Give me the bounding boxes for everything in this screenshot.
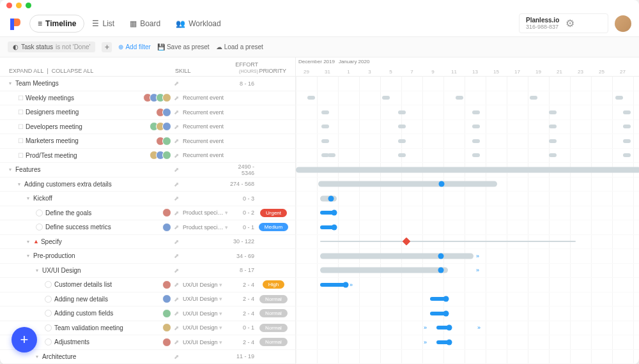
task-row[interactable]: Customer details list⬈UX/UI Design ▾2 - … (0, 278, 295, 292)
gantt-row[interactable] (296, 163, 639, 178)
filter-add-button[interactable]: + (102, 42, 112, 52)
task-row[interactable]: ▾Team Meetings⬈8 - 16 (0, 77, 295, 91)
open-icon[interactable]: ⬈ (174, 281, 179, 288)
gantt-row[interactable] (296, 134, 639, 149)
gantt-bar[interactable] (398, 139, 406, 143)
open-icon[interactable]: ⬈ (174, 80, 179, 87)
filter-chip-status[interactable]: ◐ Task status is not 'Done' (8, 42, 95, 52)
milestone-dot[interactable] (438, 253, 444, 259)
collapse-icon[interactable]: ▾ (36, 268, 42, 273)
open-icon[interactable]: ⬈ (174, 181, 179, 188)
assignee-avatars[interactable] (165, 223, 171, 232)
task-checkbox[interactable] (36, 209, 43, 216)
minimize-dot[interactable] (16, 3, 22, 8)
collapse-icon[interactable]: ▾ (18, 181, 24, 187)
open-icon[interactable]: ⬈ (174, 238, 179, 245)
maximize-dot[interactable] (26, 3, 31, 8)
task-row[interactable]: ☐Designers meeting⬈Recurrent event (0, 105, 295, 120)
assignee-avatars[interactable] (158, 137, 171, 146)
task-row[interactable]: Adding custom fields⬈UX/UI Design ▾2 - 4… (0, 307, 295, 321)
save-preset-link[interactable]: 💾Save as preset (157, 43, 210, 50)
open-icon[interactable]: ⬈ (174, 224, 179, 231)
open-icon[interactable]: ⬈ (174, 324, 179, 331)
open-icon[interactable]: ⬈ (174, 123, 179, 130)
timeline-pane[interactable]: ⟳ 🔍 🔎 December 2019January 2020 29311357… (296, 57, 639, 364)
task-checkbox[interactable] (45, 310, 52, 317)
gantt-row[interactable] (296, 307, 639, 321)
gantt-bar[interactable] (398, 110, 406, 114)
gantt-bar[interactable] (398, 125, 406, 128)
milestone-dot[interactable] (447, 325, 452, 331)
gantt-bar[interactable] (320, 253, 473, 259)
task-row[interactable]: ▾Pre-production⬈34 - 69 (0, 249, 295, 264)
open-icon[interactable]: ⬈ (174, 267, 179, 274)
gantt-bar[interactable] (549, 125, 557, 128)
gantt-row[interactable]: » (296, 278, 639, 292)
collapse-all[interactable]: COLLAPSE ALL (52, 68, 94, 74)
gantt-bar[interactable] (472, 153, 480, 157)
gantt-row[interactable] (296, 220, 639, 235)
gantt-bar[interactable] (623, 139, 631, 143)
gantt-bar[interactable] (320, 241, 576, 242)
gantt-row[interactable] (296, 292, 639, 307)
gantt-row[interactable] (296, 192, 639, 206)
view-workload[interactable]: 👥Workload (168, 15, 228, 32)
gear-icon[interactable]: ⚙ (566, 17, 574, 29)
task-row[interactable]: ▾▲Specify⬈30 - 122 (0, 235, 295, 250)
collapse-icon[interactable]: ▾ (27, 239, 33, 245)
gantt-bar[interactable] (398, 153, 406, 157)
task-row[interactable]: Adding new details⬈UX/UI Design ▾2 - 4No… (0, 292, 295, 307)
task-checkbox[interactable] (36, 224, 43, 231)
assignee-avatars[interactable] (165, 294, 171, 303)
assignee-avatars[interactable] (165, 280, 171, 289)
assignee-avatars[interactable] (165, 323, 171, 332)
gantt-bar[interactable] (321, 125, 329, 128)
assignee-avatars[interactable] (165, 338, 171, 347)
task-row[interactable]: ☐Weekly meetings⬈Recurrent event (0, 91, 295, 106)
open-icon[interactable]: ⬈ (174, 252, 179, 259)
alert-milestone[interactable] (403, 238, 411, 246)
gantt-bar[interactable] (472, 125, 480, 128)
view-list[interactable]: ☰List (84, 15, 122, 32)
add-task-fab[interactable]: + (12, 327, 37, 353)
open-icon[interactable]: ⬈ (174, 209, 179, 216)
open-icon[interactable]: ⬈ (174, 338, 179, 345)
gantt-bar[interactable] (623, 153, 631, 157)
milestone-dot[interactable] (328, 195, 334, 201)
assignee-avatars[interactable] (152, 151, 171, 160)
task-row[interactable]: ▾Features⬈2490 - 5346 (0, 163, 295, 178)
task-row[interactable]: Define the goals⬈Product speci… ▾0 - 2Ur… (0, 206, 295, 221)
gantt-bar[interactable] (328, 153, 335, 157)
open-icon[interactable]: ⬈ (174, 195, 179, 202)
gantt-row[interactable] (296, 149, 639, 163)
milestone-dot[interactable] (443, 310, 449, 316)
open-icon[interactable]: ⬈ (174, 166, 179, 173)
milestone-dot[interactable] (438, 268, 444, 273)
open-icon[interactable]: ⬈ (174, 353, 179, 360)
load-preset-link[interactable]: ☁Load a preset (216, 43, 263, 50)
gantt-row[interactable] (296, 120, 639, 135)
gantt-row[interactable] (296, 105, 639, 120)
add-filter-link[interactable]: ⊕Add filter (118, 43, 150, 50)
milestone-dot[interactable] (332, 224, 337, 230)
task-row[interactable]: ▾Architecture⬈11 - 19 (0, 350, 295, 365)
gantt-bar[interactable] (320, 268, 448, 273)
task-row[interactable]: ▾Adding customers extra details⬈274 - 56… (0, 178, 295, 192)
expand-all[interactable]: EXPAND ALL (9, 68, 43, 74)
gantt-row[interactable]: » (296, 335, 639, 350)
gantt-bar[interactable] (296, 167, 639, 172)
gantt-row[interactable] (296, 350, 639, 365)
gantt-bar[interactable] (307, 96, 315, 100)
view-timeline[interactable]: ≡Timeline (29, 15, 84, 33)
gantt-bar[interactable] (472, 139, 480, 143)
gantt-row[interactable]: »» (296, 321, 639, 336)
collapse-icon[interactable]: ▾ (27, 195, 33, 201)
gantt-bar[interactable] (549, 153, 557, 157)
task-row[interactable]: Team validation meeting⬈UX/UI Design ▾0 … (0, 321, 295, 336)
open-icon[interactable]: ⬈ (174, 109, 179, 116)
gantt-bar[interactable] (623, 110, 631, 114)
gantt-bar[interactable] (549, 110, 557, 114)
task-row[interactable]: ▾UX/UI Design⬈8 - 17 (0, 264, 295, 278)
gantt-row[interactable] (296, 206, 639, 221)
gantt-bar[interactable] (530, 96, 537, 100)
